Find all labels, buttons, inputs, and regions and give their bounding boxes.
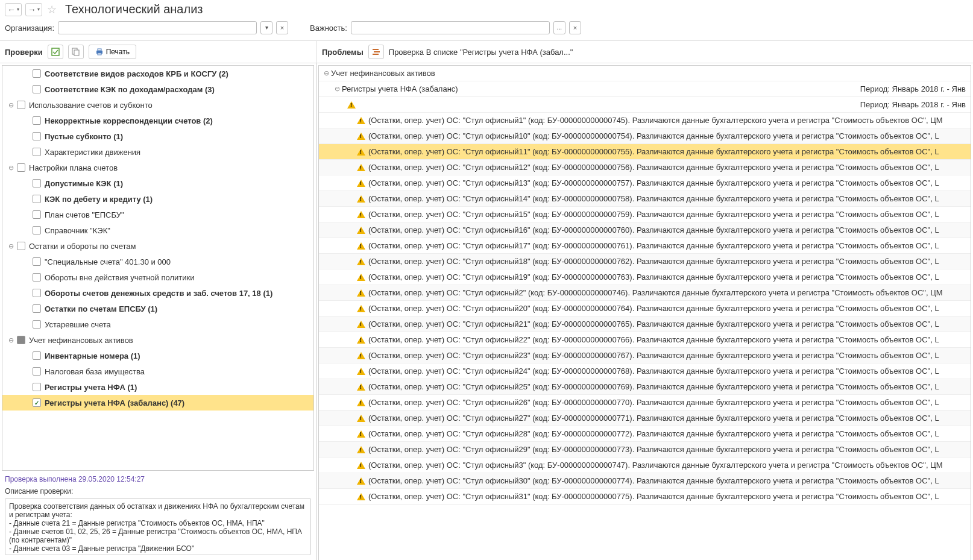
tree-item[interactable]: ⊖Остатки и обороты по счетам xyxy=(2,238,313,254)
tree-item[interactable]: ⊖Учет нефинансовых активов xyxy=(2,332,313,348)
tree-item[interactable]: ⊖Настройки плана счетов xyxy=(2,160,313,175)
tree-checkbox[interactable] xyxy=(33,210,41,219)
problem-row[interactable]: (Остатки, опер. учет) ОС: "Стул офисный1… xyxy=(319,222,971,238)
favorite-star-icon[interactable]: ☆ xyxy=(46,4,58,16)
left-panel: ⊖Соответствие видов расходов КРБ и КОСГУ… xyxy=(0,63,316,560)
problem-row[interactable]: (Остатки, опер. учет) ОС: "Стул офисный1… xyxy=(319,113,971,128)
tree-item[interactable]: ⊖Соответствие КЭК по доходам/расходам (3… xyxy=(2,81,313,97)
problem-row[interactable]: (Остатки, опер. учет) ОС: "Стул офисный1… xyxy=(319,191,971,207)
tree-checkbox[interactable] xyxy=(33,273,41,282)
problem-row[interactable]: (Остатки, опер. учет) ОС: "Стул офисный3… xyxy=(319,489,971,505)
problem-row[interactable]: (Остатки, опер. учет) ОС: "Стул офисный2… xyxy=(319,301,971,316)
tree-checkbox[interactable] xyxy=(33,116,41,125)
tree-checkbox[interactable] xyxy=(33,304,41,313)
org-input[interactable] xyxy=(58,21,257,34)
problem-row[interactable]: (Остатки, опер. учет) ОС: "Стул офисный2… xyxy=(319,285,971,301)
problem-row[interactable]: (Остатки, опер. учет) ОС: "Стул офисный2… xyxy=(319,379,971,395)
problem-group-row[interactable]: Период: Январь 2018 г. - Янв xyxy=(319,97,971,113)
tree-checkbox[interactable] xyxy=(33,383,41,391)
problem-row[interactable]: (Остатки, опер. учет) ОС: "Стул офисный1… xyxy=(319,207,971,222)
tree-checkbox[interactable] xyxy=(33,351,41,360)
tree-checkbox[interactable] xyxy=(17,163,25,172)
copy-button[interactable] xyxy=(68,45,84,59)
svg-rect-2 xyxy=(74,50,79,55)
tree-toggle-icon[interactable]: ⊖ xyxy=(6,101,16,109)
tree-item[interactable]: ⊖Справочник "КЭК" xyxy=(2,222,313,238)
sev-dropdown-button[interactable]: ... xyxy=(553,21,565,34)
group-toggle-icon[interactable]: ⊖ xyxy=(321,69,331,77)
checks-tree[interactable]: ⊖Соответствие видов расходов КРБ и КОСГУ… xyxy=(2,65,314,471)
tree-checkbox[interactable] xyxy=(33,226,41,234)
problem-row[interactable]: (Остатки, опер. учет) ОС: "Стул офисный2… xyxy=(319,348,971,363)
tree-item[interactable]: ⊖Допустимые КЭК (1) xyxy=(2,175,313,191)
warning-icon xyxy=(356,367,366,376)
sev-input[interactable] xyxy=(351,21,550,34)
tree-item[interactable]: ⊖Пустые субконто (1) xyxy=(2,128,313,144)
problem-row[interactable]: (Остатки, опер. учет) ОС: "Стул офисный1… xyxy=(319,238,971,254)
tree-item[interactable]: ⊖Некорректные корреспонденции счетов (2) xyxy=(2,113,313,128)
tree-item[interactable]: ⊖Остатки по счетам ЕПСБУ (1) xyxy=(2,301,313,316)
tree-checkbox[interactable] xyxy=(33,195,41,203)
tree-item-label: Инвентарные номера (1) xyxy=(45,351,140,360)
tree-checkbox[interactable] xyxy=(33,69,41,78)
problems-table[interactable]: ⊖Учет нефинансовых активов⊖Регистры учет… xyxy=(318,65,971,560)
print-label: Печать xyxy=(106,48,130,56)
problem-row[interactable]: (Остатки, опер. учет) ОС: "Стул офисный2… xyxy=(319,363,971,379)
tree-item[interactable]: ⊖Использование счетов и субконто xyxy=(2,97,313,113)
tree-checkbox[interactable] xyxy=(33,148,41,156)
tree-item[interactable]: ⊖Характеристики движения xyxy=(2,144,313,160)
tree-checkbox[interactable] xyxy=(33,289,41,297)
org-dropdown-button[interactable]: ▾ xyxy=(260,21,272,34)
tree-checkbox[interactable] xyxy=(33,257,41,266)
sev-clear-button[interactable]: × xyxy=(569,21,581,34)
problem-row[interactable]: (Остатки, опер. учет) ОС: "Стул офисный1… xyxy=(319,254,971,269)
print-button[interactable]: Печать xyxy=(89,45,136,59)
tree-item[interactable]: ⊖КЭК по дебету и кредиту (1) xyxy=(2,191,313,207)
problem-row[interactable]: (Остатки, опер. учет) ОС: "Стул офисный2… xyxy=(319,332,971,348)
problem-group-row[interactable]: ⊖Регистры учета НФА (забаланс)Период: Ян… xyxy=(319,81,971,97)
tree-toggle-icon[interactable]: ⊖ xyxy=(6,336,16,344)
problem-row[interactable]: (Остатки, опер. учет) ОС: "Стул офисный2… xyxy=(319,426,971,442)
tree-checkbox[interactable] xyxy=(33,132,41,140)
tree-checkbox[interactable] xyxy=(17,101,25,109)
tree-checkbox[interactable] xyxy=(17,336,25,344)
nav-forward-button[interactable]: → xyxy=(25,3,42,16)
tree-toggle-icon[interactable]: ⊖ xyxy=(6,242,16,250)
problem-row[interactable]: (Остатки, опер. учет) ОС: "Стул офисный1… xyxy=(319,128,971,144)
tree-checkbox[interactable] xyxy=(33,320,41,329)
run-check-button[interactable] xyxy=(48,45,63,59)
tree-item[interactable]: ⊖Устаревшие счета xyxy=(2,316,313,332)
tree-item[interactable]: ⊖Инвентарные номера (1) xyxy=(2,348,313,363)
tree-checkbox[interactable] xyxy=(33,398,41,407)
tree-item[interactable]: ⊖Обороты счетов денежных средств и заб. … xyxy=(2,285,313,301)
tree-item[interactable]: ⊖Обороты вне действия учетной политики xyxy=(2,269,313,285)
problem-row[interactable]: (Остатки, опер. учет) ОС: "Стул офисный1… xyxy=(319,269,971,285)
tree-item[interactable]: ⊖Регистры учета НФА (1) xyxy=(2,379,313,395)
problem-row[interactable]: (Остатки, опер. учет) ОС: "Стул офисный2… xyxy=(319,411,971,426)
tree-checkbox[interactable] xyxy=(33,179,41,187)
problem-row[interactable]: (Остатки, опер. учет) ОС: "Стул офисный2… xyxy=(319,316,971,332)
tree-toggle-icon[interactable]: ⊖ xyxy=(6,164,16,172)
tree-checkbox[interactable] xyxy=(17,242,25,250)
problem-group-row[interactable]: ⊖Учет нефинансовых активов xyxy=(319,66,971,81)
group-toggle-icon[interactable]: ⊖ xyxy=(332,85,342,93)
tree-checkbox[interactable] xyxy=(33,367,41,376)
nav-back-button[interactable]: ← xyxy=(5,3,22,16)
tree-checkbox[interactable] xyxy=(33,85,41,93)
problems-settings-button[interactable] xyxy=(368,45,384,59)
tree-item[interactable]: ⊖План счетов "ЕПСБУ" xyxy=(2,207,313,222)
problem-row[interactable]: (Остатки, опер. учет) ОС: "Стул офисный2… xyxy=(319,442,971,458)
problem-text: (Остатки, опер. учет) ОС: "Стул офисный1… xyxy=(368,194,971,203)
problem-row[interactable]: (Остатки, опер. учет) ОС: "Стул офисный3… xyxy=(319,458,971,473)
problem-row[interactable]: (Остатки, опер. учет) ОС: "Стул офисный2… xyxy=(319,395,971,411)
warning-icon xyxy=(356,429,366,439)
tree-item[interactable]: ⊖"Специальные счета" 401.30 и 000 xyxy=(2,254,313,269)
tree-item[interactable]: ⊖Налоговая база имущества xyxy=(2,363,313,379)
problem-row[interactable]: (Остатки, опер. учет) ОС: "Стул офисный1… xyxy=(319,144,971,160)
tree-item[interactable]: ⊖Регистры учета НФА (забаланс) (47) xyxy=(2,395,313,411)
problem-row[interactable]: (Остатки, опер. учет) ОС: "Стул офисный1… xyxy=(319,160,971,175)
org-clear-button[interactable]: × xyxy=(276,21,288,34)
problem-row[interactable]: (Остатки, опер. учет) ОС: "Стул офисный3… xyxy=(319,473,971,489)
tree-item[interactable]: ⊖Соответствие видов расходов КРБ и КОСГУ… xyxy=(2,66,313,81)
problem-row[interactable]: (Остатки, опер. учет) ОС: "Стул офисный1… xyxy=(319,175,971,191)
